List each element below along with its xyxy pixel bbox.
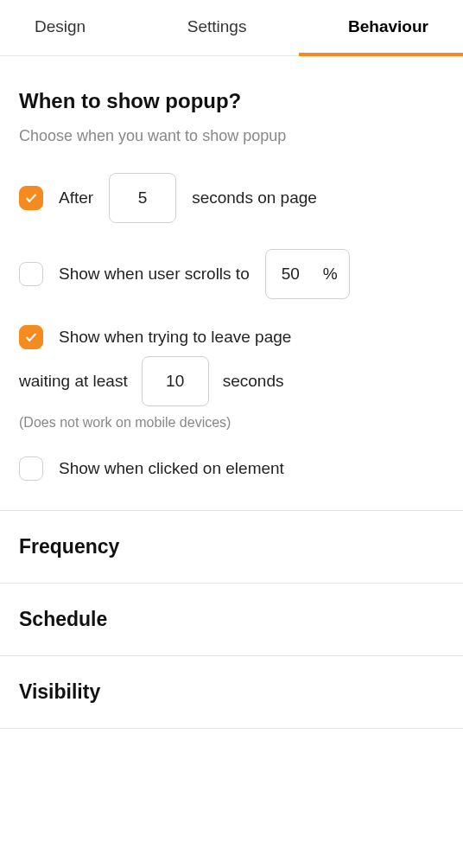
- visibility-title: Visibility: [19, 680, 444, 704]
- section-schedule[interactable]: Schedule: [0, 584, 463, 656]
- click-label: Show when clicked on element: [59, 459, 284, 478]
- option-after-seconds: After seconds on page: [19, 173, 444, 223]
- leave-note: (Does not work on mobile devices): [19, 415, 444, 431]
- active-tab-indicator: [299, 53, 463, 56]
- option-leave-page: Show when trying to leave page: [19, 325, 444, 349]
- leave-wait-seconds-input[interactable]: [142, 356, 209, 406]
- option-scroll-percent: Show when user scrolls to %: [19, 249, 444, 299]
- section-description: Choose when you want to show popup: [19, 127, 444, 145]
- after-seconds-input[interactable]: [109, 173, 176, 223]
- checkbox-scroll[interactable]: [19, 262, 43, 286]
- leave-wait-row: waiting at least seconds: [19, 356, 444, 406]
- tab-settings[interactable]: Settings: [187, 17, 247, 55]
- tab-design[interactable]: Design: [35, 17, 86, 55]
- when-to-show-section: When to show popup? Choose when you want…: [0, 56, 463, 511]
- section-frequency[interactable]: Frequency: [0, 511, 463, 584]
- leave-label: Show when trying to leave page: [59, 328, 291, 347]
- after-prefix-label: After: [59, 188, 93, 207]
- schedule-title: Schedule: [19, 608, 444, 631]
- tabs-bar: Design Settings Behaviour: [0, 0, 463, 56]
- frequency-title: Frequency: [19, 535, 444, 558]
- check-icon: [24, 191, 38, 205]
- tab-behaviour[interactable]: Behaviour: [348, 17, 428, 55]
- after-suffix-label: seconds on page: [192, 188, 317, 207]
- checkbox-leave[interactable]: [19, 325, 43, 349]
- scroll-label: Show when user scrolls to: [59, 265, 250, 284]
- section-title: When to show popup?: [19, 89, 444, 113]
- leave-wait-suffix: seconds: [223, 372, 284, 391]
- option-click-element: Show when clicked on element: [19, 456, 444, 481]
- scroll-percent-input[interactable]: [265, 249, 350, 299]
- check-icon: [24, 330, 38, 344]
- section-visibility[interactable]: Visibility: [0, 656, 463, 729]
- leave-wait-prefix: waiting at least: [19, 372, 128, 391]
- checkbox-click[interactable]: [19, 456, 43, 481]
- checkbox-after-seconds[interactable]: [19, 186, 43, 210]
